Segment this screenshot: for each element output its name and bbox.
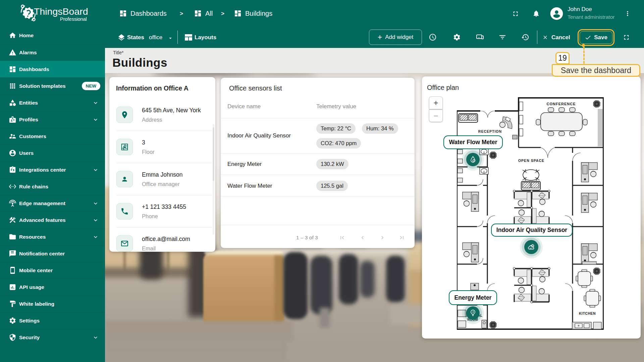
svg-text:OPEN SPACE: OPEN SPACE xyxy=(518,159,544,163)
svg-text:KITCHEN: KITCHEN xyxy=(579,311,596,315)
svg-text:RECEPTION: RECEPTION xyxy=(478,129,502,133)
svg-text:AQI: AQI xyxy=(530,247,532,249)
svg-text:CONFERENCE: CONFERENCE xyxy=(546,102,576,106)
